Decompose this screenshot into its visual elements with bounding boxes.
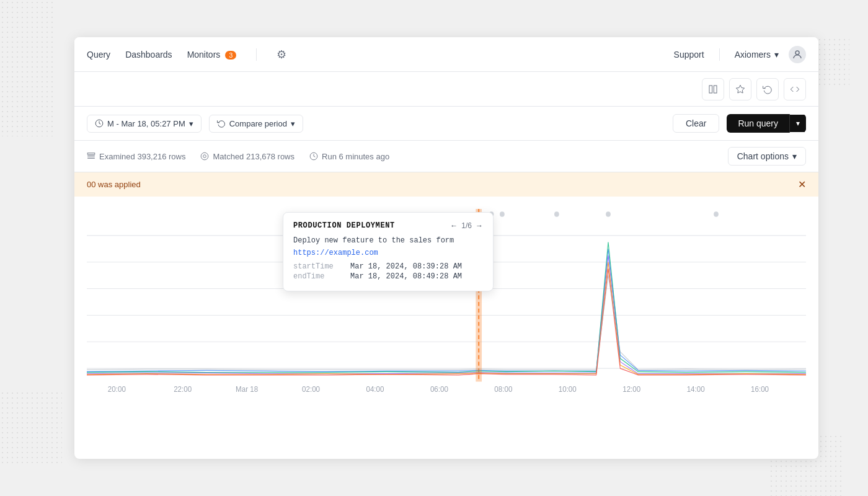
svg-text:20:00: 20:00 (108, 384, 126, 394)
time-picker[interactable]: M - Mar 18, 05:27 PM ▾ (87, 115, 202, 133)
chart-area: 20:00 22:00 Mar 18 02:00 04:00 06:00 08:… (74, 197, 818, 395)
main-container: Query Dashboards Monitors 3 ⚙ Support Ax… (74, 37, 818, 459)
book-button[interactable] (702, 78, 724, 100)
svg-text:10:00: 10:00 (559, 384, 577, 394)
svg-point-21 (554, 211, 559, 217)
svg-text:14:00: 14:00 (687, 384, 705, 394)
user-chevron-icon: ▾ (774, 50, 779, 60)
monitors-badge: 3 (225, 51, 236, 60)
avatar[interactable] (789, 46, 806, 63)
dot-pattern-tl2 (0, 74, 56, 136)
tooltip-start-label: startTime (293, 262, 343, 271)
svg-point-0 (795, 51, 799, 55)
tooltip-end-value: Mar 18, 2024, 08:49:28 AM (350, 272, 462, 281)
tooltip-link[interactable]: https://example.com (293, 249, 483, 257)
tooltip: PRODUCTION DEPLOYMENT ← 1/6 → Deploy new… (283, 212, 494, 291)
chart-options-button[interactable]: Chart options ▾ (728, 147, 806, 166)
svg-rect-5 (87, 153, 95, 154)
svg-point-9 (202, 153, 209, 160)
time-range-label: M - Mar 18, 05:27 PM (107, 119, 185, 128)
user-menu[interactable]: Axiomers ▾ (735, 50, 779, 60)
tooltip-start-row: startTime Mar 18, 2024, 08:39:28 AM (293, 262, 483, 271)
svg-point-22 (606, 211, 611, 217)
tooltip-description: Deploy new feature to the sales form (293, 236, 483, 245)
svg-text:02:00: 02:00 (302, 384, 320, 394)
svg-point-20 (500, 211, 505, 217)
run-query-group: Run query ▾ (727, 114, 806, 133)
query-bar: M - Mar 18, 05:27 PM ▾ Compare period ▾ … (74, 107, 818, 141)
svg-text:08:00: 08:00 (494, 384, 512, 394)
stats-bar: Examined 393,216 rows Matched 213,678 ro… (74, 141, 818, 172)
nav-item-query[interactable]: Query (87, 47, 110, 62)
tooltip-end-row: endTime Mar 18, 2024, 08:49:28 AM (293, 272, 483, 281)
run-time-stat: Run 6 minutes ago (309, 152, 389, 161)
compare-chevron-icon: ▾ (291, 119, 295, 128)
run-query-dropdown-button[interactable]: ▾ (790, 115, 806, 132)
tooltip-end-label: endTime (293, 272, 343, 281)
svg-marker-3 (736, 85, 744, 93)
gear-icon[interactable]: ⚙ (277, 48, 286, 61)
tooltip-header: PRODUCTION DEPLOYMENT ← 1/6 → (293, 221, 483, 230)
svg-rect-1 (709, 86, 712, 93)
time-chevron-icon: ▾ (189, 119, 193, 128)
svg-point-10 (203, 155, 206, 158)
top-nav: Query Dashboards Monitors 3 ⚙ Support Ax… (74, 37, 818, 72)
tooltip-start-value: Mar 18, 2024, 08:39:28 AM (350, 262, 462, 271)
tooltip-next-arrow[interactable]: → (476, 221, 483, 230)
dot-pattern-tl (0, 0, 56, 74)
tooltip-prev-arrow[interactable]: ← (450, 221, 458, 230)
nav-item-monitors[interactable]: Monitors 3 (187, 47, 237, 62)
svg-text:22:00: 22:00 (174, 384, 192, 394)
svg-text:12:00: 12:00 (622, 384, 640, 394)
svg-text:Mar 18: Mar 18 (236, 384, 258, 394)
star-button[interactable] (729, 78, 751, 100)
warning-banner: 00 was applied ✕ (74, 172, 818, 197)
nav-right: Support Axiomers ▾ (674, 46, 806, 63)
warning-close-button[interactable]: ✕ (798, 179, 806, 190)
nav-items: Query Dashboards Monitors 3 ⚙ (87, 47, 674, 62)
nav-divider (256, 48, 257, 61)
compare-period-label: Compare period (229, 119, 287, 128)
tooltip-nav-counter: 1/6 (461, 221, 472, 230)
clear-button[interactable]: Clear (673, 114, 719, 133)
dot-pattern-bl (0, 391, 62, 465)
svg-text:04:00: 04:00 (366, 384, 384, 394)
code-button[interactable] (784, 78, 806, 100)
stats-right: Chart options ▾ (728, 147, 806, 166)
nav-divider-2 (719, 48, 720, 61)
run-query-button[interactable]: Run query (727, 114, 790, 133)
chart-options-chevron-icon: ▾ (792, 151, 797, 161)
examined-stat: Examined 393,216 rows (87, 152, 185, 161)
user-label: Axiomers (735, 50, 771, 60)
compare-period-button[interactable]: Compare period ▾ (209, 115, 303, 133)
tooltip-title: PRODUCTION DEPLOYMENT (293, 221, 395, 230)
matched-stat: Matched 213,678 rows (200, 152, 294, 161)
support-link[interactable]: Support (674, 50, 704, 60)
matched-label: Matched 213,678 rows (213, 152, 294, 161)
svg-text:06:00: 06:00 (430, 384, 448, 394)
history-button[interactable] (756, 78, 779, 100)
svg-text:16:00: 16:00 (751, 384, 769, 394)
tooltip-nav: ← 1/6 → (450, 221, 483, 230)
svg-point-23 (714, 211, 719, 217)
run-time-label: Run 6 minutes ago (322, 152, 389, 161)
warning-text: 00 was applied (87, 180, 141, 189)
svg-rect-2 (714, 86, 717, 93)
nav-item-dashboards[interactable]: Dashboards (125, 47, 172, 62)
examined-label: Examined 393,216 rows (99, 152, 185, 161)
toolbar (74, 72, 818, 107)
